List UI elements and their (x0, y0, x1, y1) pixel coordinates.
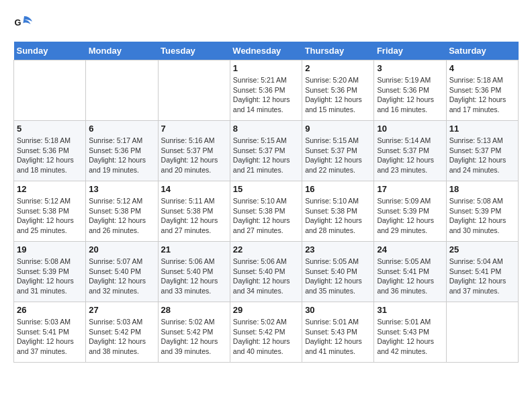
calendar-week-row: 5Sunrise: 5:18 AM Sunset: 5:36 PM Daylig… (14, 121, 519, 181)
day-number: 13 (89, 184, 154, 194)
day-number: 28 (161, 305, 227, 315)
calendar-cell: 10Sunrise: 5:14 AM Sunset: 5:37 PM Dayli… (374, 121, 446, 181)
calendar-cell (86, 60, 158, 121)
day-info: Sunrise: 5:14 AM Sunset: 5:37 PM Dayligh… (377, 136, 443, 175)
day-info: Sunrise: 5:06 AM Sunset: 5:40 PM Dayligh… (233, 257, 299, 296)
calendar: SundayMondayTuesdayWednesdayThursdayFrid… (13, 42, 519, 363)
logo: G (13, 13, 38, 35)
calendar-cell: 15Sunrise: 5:10 AM Sunset: 5:38 PM Dayli… (230, 181, 302, 242)
day-of-week-header: Wednesday (230, 42, 302, 60)
calendar-cell: 27Sunrise: 5:03 AM Sunset: 5:42 PM Dayli… (86, 302, 158, 363)
day-number: 1 (233, 63, 299, 73)
calendar-cell: 22Sunrise: 5:06 AM Sunset: 5:40 PM Dayli… (230, 242, 302, 302)
calendar-cell: 24Sunrise: 5:05 AM Sunset: 5:41 PM Dayli… (374, 242, 446, 302)
calendar-cell: 17Sunrise: 5:09 AM Sunset: 5:39 PM Dayli… (374, 181, 446, 242)
day-number: 14 (161, 184, 227, 194)
calendar-cell: 25Sunrise: 5:04 AM Sunset: 5:41 PM Dayli… (446, 242, 518, 302)
day-info: Sunrise: 5:12 AM Sunset: 5:38 PM Dayligh… (89, 196, 154, 236)
calendar-cell: 13Sunrise: 5:12 AM Sunset: 5:38 PM Dayli… (86, 181, 158, 242)
day-of-week-header: Sunday (14, 42, 86, 60)
day-info: Sunrise: 5:03 AM Sunset: 5:42 PM Dayligh… (89, 317, 154, 357)
day-of-week-header: Tuesday (158, 42, 230, 60)
calendar-week-row: 26Sunrise: 5:03 AM Sunset: 5:41 PM Dayli… (14, 302, 519, 363)
day-info: Sunrise: 5:16 AM Sunset: 5:37 PM Dayligh… (161, 136, 227, 175)
calendar-cell (158, 60, 230, 121)
day-number: 3 (377, 63, 443, 73)
calendar-cell: 28Sunrise: 5:02 AM Sunset: 5:42 PM Dayli… (158, 302, 230, 363)
day-info: Sunrise: 5:11 AM Sunset: 5:38 PM Dayligh… (161, 196, 227, 236)
logo-icon: G (13, 13, 35, 35)
day-info: Sunrise: 5:20 AM Sunset: 5:36 PM Dayligh… (305, 75, 371, 115)
day-info: Sunrise: 5:08 AM Sunset: 5:39 PM Dayligh… (17, 257, 83, 296)
day-info: Sunrise: 5:19 AM Sunset: 5:36 PM Dayligh… (377, 75, 443, 115)
calendar-cell: 18Sunrise: 5:08 AM Sunset: 5:39 PM Dayli… (446, 181, 518, 242)
day-number: 21 (161, 244, 227, 255)
day-info: Sunrise: 5:05 AM Sunset: 5:41 PM Dayligh… (377, 257, 443, 296)
day-info: Sunrise: 5:17 AM Sunset: 5:36 PM Dayligh… (89, 136, 154, 175)
day-info: Sunrise: 5:21 AM Sunset: 5:36 PM Dayligh… (233, 75, 299, 115)
calendar-cell: 29Sunrise: 5:02 AM Sunset: 5:42 PM Dayli… (230, 302, 302, 363)
calendar-cell: 21Sunrise: 5:06 AM Sunset: 5:40 PM Dayli… (158, 242, 230, 302)
day-number: 10 (377, 124, 443, 134)
day-of-week-header: Friday (374, 42, 446, 60)
day-number: 27 (89, 305, 154, 315)
day-number: 18 (449, 184, 515, 194)
day-number: 5 (17, 124, 83, 134)
calendar-week-row: 19Sunrise: 5:08 AM Sunset: 5:39 PM Dayli… (14, 242, 519, 302)
svg-text:G: G (15, 17, 21, 28)
day-info: Sunrise: 5:12 AM Sunset: 5:38 PM Dayligh… (17, 196, 83, 236)
day-number: 12 (17, 184, 83, 194)
day-info: Sunrise: 5:01 AM Sunset: 5:43 PM Dayligh… (377, 317, 443, 357)
day-info: Sunrise: 5:08 AM Sunset: 5:39 PM Dayligh… (449, 196, 515, 236)
day-info: Sunrise: 5:02 AM Sunset: 5:42 PM Dayligh… (161, 317, 227, 357)
calendar-week-row: 1Sunrise: 5:21 AM Sunset: 5:36 PM Daylig… (14, 60, 519, 121)
calendar-cell: 3Sunrise: 5:19 AM Sunset: 5:36 PM Daylig… (374, 60, 446, 121)
day-number: 8 (233, 124, 299, 134)
day-number: 26 (17, 305, 83, 315)
day-info: Sunrise: 5:10 AM Sunset: 5:38 PM Dayligh… (305, 196, 371, 236)
day-number: 16 (305, 184, 371, 194)
day-info: Sunrise: 5:10 AM Sunset: 5:38 PM Dayligh… (233, 196, 299, 236)
calendar-week-row: 12Sunrise: 5:12 AM Sunset: 5:38 PM Dayli… (14, 181, 519, 242)
day-number: 22 (233, 244, 299, 255)
day-info: Sunrise: 5:13 AM Sunset: 5:37 PM Dayligh… (449, 136, 515, 175)
calendar-cell: 11Sunrise: 5:13 AM Sunset: 5:37 PM Dayli… (446, 121, 518, 181)
page-header: G (13, 13, 519, 35)
day-info: Sunrise: 5:02 AM Sunset: 5:42 PM Dayligh… (233, 317, 299, 357)
day-number: 4 (449, 63, 515, 73)
day-of-week-header: Monday (86, 42, 158, 60)
calendar-cell: 14Sunrise: 5:11 AM Sunset: 5:38 PM Dayli… (158, 181, 230, 242)
calendar-cell: 8Sunrise: 5:15 AM Sunset: 5:37 PM Daylig… (230, 121, 302, 181)
day-of-week-header: Thursday (302, 42, 374, 60)
calendar-cell: 1Sunrise: 5:21 AM Sunset: 5:36 PM Daylig… (230, 60, 302, 121)
day-info: Sunrise: 5:06 AM Sunset: 5:40 PM Dayligh… (161, 257, 227, 296)
day-info: Sunrise: 5:15 AM Sunset: 5:37 PM Dayligh… (233, 136, 299, 175)
calendar-cell: 26Sunrise: 5:03 AM Sunset: 5:41 PM Dayli… (14, 302, 86, 363)
calendar-cell: 23Sunrise: 5:05 AM Sunset: 5:40 PM Dayli… (302, 242, 374, 302)
calendar-cell (14, 60, 86, 121)
day-number: 11 (449, 124, 515, 134)
day-number: 31 (377, 305, 443, 315)
day-info: Sunrise: 5:07 AM Sunset: 5:40 PM Dayligh… (89, 257, 154, 296)
calendar-cell: 19Sunrise: 5:08 AM Sunset: 5:39 PM Dayli… (14, 242, 86, 302)
day-number: 17 (377, 184, 443, 194)
calendar-cell (446, 302, 518, 363)
day-info: Sunrise: 5:05 AM Sunset: 5:40 PM Dayligh… (305, 257, 371, 296)
calendar-cell: 7Sunrise: 5:16 AM Sunset: 5:37 PM Daylig… (158, 121, 230, 181)
calendar-cell: 2Sunrise: 5:20 AM Sunset: 5:36 PM Daylig… (302, 60, 374, 121)
day-info: Sunrise: 5:18 AM Sunset: 5:36 PM Dayligh… (449, 75, 515, 115)
calendar-cell: 9Sunrise: 5:15 AM Sunset: 5:37 PM Daylig… (302, 121, 374, 181)
day-number: 24 (377, 244, 443, 255)
calendar-cell: 5Sunrise: 5:18 AM Sunset: 5:36 PM Daylig… (14, 121, 86, 181)
calendar-cell: 20Sunrise: 5:07 AM Sunset: 5:40 PM Dayli… (86, 242, 158, 302)
calendar-header-row: SundayMondayTuesdayWednesdayThursdayFrid… (14, 42, 519, 60)
calendar-cell: 16Sunrise: 5:10 AM Sunset: 5:38 PM Dayli… (302, 181, 374, 242)
day-number: 6 (89, 124, 154, 134)
day-info: Sunrise: 5:09 AM Sunset: 5:39 PM Dayligh… (377, 196, 443, 236)
calendar-cell: 31Sunrise: 5:01 AM Sunset: 5:43 PM Dayli… (374, 302, 446, 363)
day-number: 15 (233, 184, 299, 194)
day-info: Sunrise: 5:18 AM Sunset: 5:36 PM Dayligh… (17, 136, 83, 175)
day-number: 7 (161, 124, 227, 134)
day-number: 20 (89, 244, 154, 255)
day-info: Sunrise: 5:15 AM Sunset: 5:37 PM Dayligh… (305, 136, 371, 175)
